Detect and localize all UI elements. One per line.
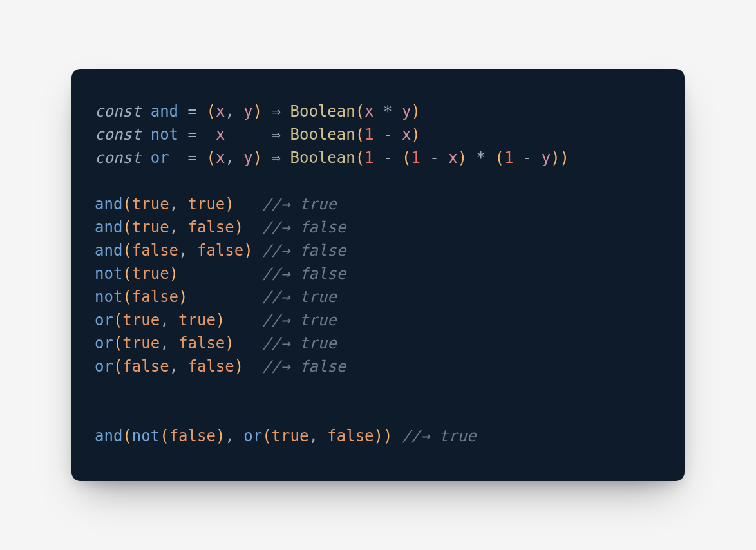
par-token: ) [169,265,178,283]
num-token: 1 [364,149,373,167]
par-token: ) [225,334,234,352]
bool-token: true [188,195,225,213]
var-token: x [364,102,373,120]
bool-token: false [188,357,234,375]
space-token [392,149,401,167]
type-token: Boolean [290,102,355,120]
bool-token: false [197,242,243,260]
par-token: ( [355,149,364,167]
cmt-token: //→ true [262,288,337,306]
cmt-token: //→ false [262,265,346,283]
fn-token: not [95,265,122,283]
punc-token: , [169,357,178,375]
fn-token: and [95,242,122,260]
code-line: const and = (x, y) ⇒ Boolean(x * y) [95,102,421,120]
type-token: Boolean [290,149,355,167]
fn-token: or [243,427,262,445]
var-token: x [448,149,457,167]
punc-token: , [178,242,187,260]
space-token [243,218,262,236]
par-token: ( [122,218,131,236]
kw-token: const [95,102,141,120]
punc-token: , [160,311,169,329]
space-token [188,288,263,306]
par-token: ( [495,149,504,167]
code-line: const or = (x, y) ⇒ Boolean(1 - (1 - x) … [95,149,569,167]
space-token [513,149,522,167]
space-token [234,334,262,352]
space-token [225,126,271,144]
num-token: 1 [411,149,420,167]
cmt-token: //→ true [402,427,477,445]
par-token: ) [411,126,420,144]
par-token: ( [262,427,271,445]
par-token: ) [178,288,187,306]
fn-token: or [95,311,113,329]
space-token [281,149,290,167]
type-token: Boolean [290,126,355,144]
fn-token: and [151,102,178,120]
code-line: and(false, false) //→ false [95,242,346,260]
var-token: x [216,149,225,167]
par-token: ( [122,242,131,260]
space-token [197,102,206,120]
par-token: ( [402,149,411,167]
par-token: ( [113,357,122,375]
op-token: = [188,126,197,144]
space-token [243,357,262,375]
punc-token: , [169,195,178,213]
par-token: ( [355,102,364,120]
op-token: - [523,149,532,167]
op-token: ⇒ [272,126,281,144]
space-token [253,242,262,260]
op-token: - [430,149,439,167]
space-token [178,265,262,283]
par-token: ) [253,149,262,167]
punc-token: , [160,334,169,352]
bool-token: true [132,265,169,283]
fn-token: not [95,288,122,306]
fn-token: and [95,195,122,213]
punc-token: , [308,427,317,445]
cmt-token: //→ false [262,218,346,236]
par-token: ) [216,311,225,329]
num-token: 1 [364,126,373,144]
par-token: ( [113,334,122,352]
cmt-token: //→ true [262,334,337,352]
code-line: or(false, false) //→ false [95,357,346,375]
bool-token: true [272,427,309,445]
space-token [318,427,327,445]
space-token [421,149,430,167]
fn-token: or [95,334,113,352]
cmt-token: //→ true [262,195,337,213]
bool-token: true [132,195,169,213]
op-token: = [188,102,197,120]
code-line: and(true, false) //→ false [95,218,346,236]
space-token [281,102,290,120]
op-token: * [383,102,392,120]
bool-token: false [327,427,373,445]
code-line: or(true, false) //→ true [95,334,337,352]
code-line: not(true) //→ false [95,265,346,283]
bool-token: true [122,311,160,329]
bool-token: false [169,427,216,445]
cmt-token: //→ true [262,311,337,329]
par-token: ( [355,126,364,144]
punc-token: , [225,102,234,120]
par-token: ( [113,311,122,329]
code-line: or(true, true) //→ true [95,311,337,329]
fn-token: not [132,427,160,445]
par-token: )) [374,427,393,445]
space-token [392,102,401,120]
space-token [178,218,187,236]
par-token: ( [206,149,215,167]
fn-token: or [95,357,113,375]
space-token [234,149,243,167]
var-token: y [243,102,252,120]
space-token [169,149,188,167]
op-token: ⇒ [272,102,281,120]
kw-token: const [95,149,141,167]
space-token [141,149,150,167]
var-token: x [216,102,225,120]
fn-token: not [151,126,178,144]
